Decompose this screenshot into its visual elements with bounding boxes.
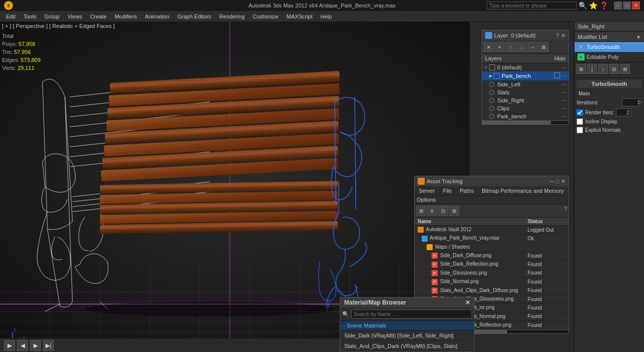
layer-row-slats[interactable]: Slats — [482,88,569,96]
asset-tool-4[interactable]: ⊞ [449,206,459,216]
mod-tool-5[interactable]: ⊞ [620,64,630,74]
iterations-input[interactable] [622,98,642,106]
menu-graph-editors[interactable]: Graph Editors [173,12,215,20]
vp-fwd-btn[interactable]: ▶ [30,340,41,351]
iterations-label: Iterations: [577,100,599,105]
mod-tool-4[interactable]: ⊟ [609,64,619,74]
asset-menu-paths[interactable]: Paths [458,187,476,194]
mod-tool-1[interactable]: ⊞ [576,64,586,74]
layer-row-side-right[interactable]: Side_Right — [482,96,569,104]
asset-row-tex5[interactable]: F Slats_And_Clips_Dark_Diffuse.png Found [415,286,569,295]
vp-back-btn[interactable]: ◀ [17,340,28,351]
asset-tool-2[interactable]: ≡ [427,206,437,216]
close-btn[interactable]: ✕ [632,1,640,9]
window-controls: ─ □ ✕ [614,1,640,9]
asset-tex4-icon: F [432,279,438,285]
material-browser-close[interactable]: ✕ [465,299,470,306]
layer-tool-down[interactable]: ↓ [517,42,527,52]
menu-edit[interactable]: Edit [2,12,19,20]
material-search-input[interactable] [351,310,472,319]
layer-hide-park: — [562,73,567,78]
asset-menu-bitmap[interactable]: Bitmap Performance and Memory [480,187,566,194]
layer-row-park-bench2[interactable]: Park_bench — [482,112,569,120]
material-item-side-dark[interactable]: Side_Dark (VRayMtl) [Side_Left, Side_Rig… [340,331,474,341]
asset-menu-file[interactable]: File [441,187,454,194]
menu-group[interactable]: Group [40,12,64,20]
render-iters-label: Render Iters: [585,110,614,115]
layer-hide-slats: — [562,90,567,95]
explicit-normals-checkbox[interactable] [577,127,583,133]
maximize-btn[interactable]: □ [623,1,631,9]
layer-hide-clips: — [562,106,567,111]
asset-menu-server[interactable]: Server [417,187,437,194]
layer-close-btn[interactable]: ✕ [561,32,566,39]
layer-name-park: Park_bench [502,73,531,79]
layer-lock-side-right [489,98,494,103]
asset-row-file[interactable]: Antique_Park_Bench_vray.max Ok [415,234,569,243]
asset-close-btn[interactable]: ✕ [561,178,566,185]
layer-tool-select[interactable]: ⊞ [539,42,549,52]
asset-minimize-btn[interactable]: ─ [550,178,554,185]
menu-animation[interactable]: Animation [141,12,173,20]
polys-value: 57,956 [18,41,35,47]
asset-menu-options[interactable]: Options [417,197,436,203]
asset-file-status: Ok [525,234,569,243]
mod-tool-3[interactable]: ↕ [598,64,608,74]
asset-header-btns: ─ □ ✕ [550,178,566,185]
menu-maxscript[interactable]: MAXScript [283,12,317,20]
sidebar-object-name: Side_Right [575,22,644,31]
render-iters-input[interactable] [616,108,631,116]
layers-col-name: Layers [485,55,502,61]
asset-row-vault[interactable]: Autodesk Vault 2012 Logged Out [415,226,569,234]
asset-row-tex2[interactable]: F Side_Dark_Reflection.png Found [415,260,569,269]
menu-tools[interactable]: Tools [19,12,40,20]
asset-row-folder[interactable]: Maps / Shaders [415,243,569,251]
menu-help[interactable]: Help [317,12,336,20]
menu-modifiers[interactable]: Modifiers [110,12,141,20]
layer-row-side-left[interactable]: Side_Left — [482,80,569,88]
layer-tool-delete[interactable]: ✕ [484,42,494,52]
asset-vault-status: Logged Out [525,226,569,234]
star-icon[interactable]: ⭐ [589,1,598,9]
asset-tex5-icon: F [432,288,438,294]
layer-help-btn[interactable]: ? [556,32,559,39]
viewport-label: [ + ] [ Perspective ] [ Realistic + Edge… [2,23,115,29]
asset-tool-1[interactable]: ⊞ [416,206,426,216]
layers-col-hide: Hide [554,55,566,61]
minimize-btn[interactable]: ─ [614,1,622,9]
layer-tool-up[interactable]: ↑ [506,42,516,52]
modifier-dropdown-icon[interactable]: ▼ [636,34,641,40]
menu-rendering[interactable]: Rendering [215,12,249,20]
asset-row-tex4[interactable]: F Side_Normal.png Found [415,278,569,286]
search-icon[interactable]: 🔍 [579,1,587,9]
asset-row-tex3[interactable]: F Side_Glossiness.png Found [415,269,569,277]
modifier-item-turbosmooth[interactable]: T TurboSmooth [575,42,644,52]
vp-play-btn[interactable]: ▶ [4,340,15,351]
layer-scrollbar[interactable] [482,120,569,124]
asset-help-btn[interactable]: ? [564,206,567,216]
asset-vault-icon [418,227,424,233]
help-icon[interactable]: ❓ [600,1,608,9]
layers-column-header: Layers Hide [482,54,569,63]
modifier-item-editablepoly[interactable]: E Editable Poly [575,52,644,62]
menu-views[interactable]: Views [63,12,86,20]
asset-row-tex1[interactable]: F Side_Dark_Diffuse.png Found [415,252,569,260]
layer-row-park-bench[interactable]: ▶ Park_bench — [482,71,569,80]
layer-tool-add[interactable]: + [495,42,505,52]
layer-header-btns: ? ✕ [556,32,566,39]
layer-row-clips[interactable]: Clips — [482,104,569,112]
search-input[interactable] [487,1,577,9]
render-iters-checkbox[interactable] [577,109,583,116]
menu-create[interactable]: Create [86,12,110,20]
layer-row-default[interactable]: ✓ 0 (default) — [482,63,569,71]
layer-tool-transfer[interactable]: ↔ [528,42,538,52]
asset-maximize-btn[interactable]: □ [556,178,559,185]
layer-scroll-thumb[interactable] [482,121,551,125]
material-item-slats[interactable]: Slats_And_Clips_Dark (VRayMtl) [Clips, S… [340,341,474,352]
asset-header-left: Asset Tracking [418,178,463,185]
mod-tool-2[interactable]: | [587,64,597,74]
vp-end-btn[interactable]: ▶| [43,340,54,351]
isoline-checkbox[interactable] [577,118,583,125]
asset-tool-3[interactable]: ⊡ [438,206,448,216]
menu-customize[interactable]: Customize [249,12,283,20]
